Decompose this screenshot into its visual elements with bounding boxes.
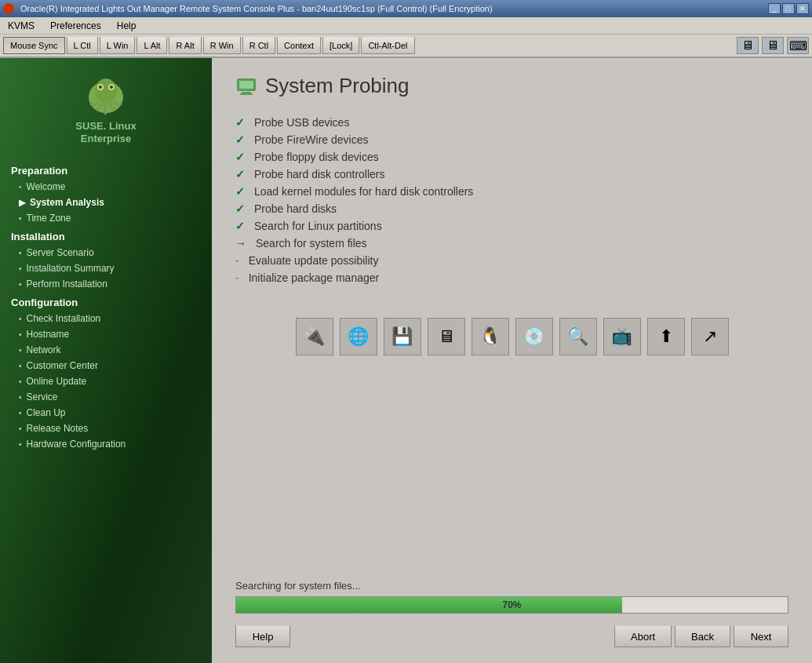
- status-check-icon: ✓: [235, 220, 245, 232]
- sidebar-item-perform-installation[interactable]: • Perform Installation: [0, 276, 212, 292]
- ralt-button[interactable]: R Alt: [169, 37, 201, 54]
- network-icon[interactable]: 🌐: [340, 318, 377, 355]
- sidebar-item-cleanup[interactable]: • Clean Up: [0, 405, 212, 421]
- ctrlaltdel-button[interactable]: Ctl-Alt-Del: [361, 37, 414, 54]
- probe-item-8: - Evaluate update possibility: [235, 252, 788, 269]
- sidebar-item-service[interactable]: • Service: [0, 389, 212, 405]
- sidebar-label-hostname: Hostname: [27, 329, 70, 340]
- sidebar-label-customer-center: Customer Center: [27, 360, 98, 371]
- context-button[interactable]: Context: [277, 37, 321, 54]
- monitor-icon-1: 🖥: [737, 37, 759, 54]
- probe-item-1: ✓ Probe FireWire devices: [235, 131, 788, 148]
- sidebar-item-hardware-configuration[interactable]: • Hardware Configuration: [0, 436, 212, 452]
- abort-button[interactable]: Abort: [614, 625, 672, 647]
- progress-bar-fill: [236, 597, 622, 613]
- bullet-icon: •: [19, 393, 22, 402]
- svg-rect-8: [242, 92, 251, 93]
- lctl-button[interactable]: L Ctl: [67, 37, 98, 54]
- sidebar-label-cleanup: Clean Up: [27, 407, 66, 418]
- probe-item-7: → Search for system files: [235, 235, 788, 252]
- up-icon[interactable]: ⬆: [647, 318, 685, 355]
- search-icon[interactable]: 🔍: [559, 318, 597, 355]
- probe-text-5: Probe hard disks: [254, 202, 337, 215]
- lock-button[interactable]: [Lock]: [322, 37, 359, 54]
- close-button[interactable]: ✕: [796, 3, 809, 14]
- progress-text: Searching for system files...: [235, 580, 788, 592]
- rwin-button[interactable]: R Win: [203, 37, 241, 54]
- keyboard-icon: ⌨: [787, 37, 809, 54]
- help-button[interactable]: Help: [235, 625, 290, 647]
- sidebar-section-preparation: Preparation: [0, 160, 212, 179]
- sidebar-item-network[interactable]: • Network: [0, 342, 212, 358]
- titlebar-controls: _ □ ✕: [768, 3, 809, 14]
- menu-preferences[interactable]: Preferences: [46, 20, 106, 32]
- bullet-icon: •: [19, 249, 22, 257]
- sidebar-section-configuration: Configuration: [0, 292, 212, 311]
- sidebar-label-system-analysis: System Analysis: [30, 197, 104, 208]
- sidebar-section-installation: Installation: [0, 226, 212, 245]
- sidebar-label-online-update: Online Update: [27, 376, 87, 387]
- sidebar-item-online-update[interactable]: • Online Update: [0, 373, 212, 389]
- lwin-button[interactable]: L Win: [100, 37, 136, 54]
- sidebar-item-release-notes[interactable]: • Release Notes: [0, 421, 212, 436]
- toolbar-right: 🖥 🖥 ⌨: [737, 37, 809, 54]
- probe-text-7: Search for system files: [256, 237, 367, 250]
- system-probing-icon: [235, 75, 257, 97]
- sidebar-label-release-notes: Release Notes: [27, 423, 89, 434]
- save-icon[interactable]: 💾: [384, 318, 421, 355]
- status-dash-icon: -: [235, 254, 239, 267]
- gecko-logo: [82, 74, 129, 117]
- lalt-button[interactable]: L Alt: [137, 37, 167, 54]
- sidebar-item-customer-center[interactable]: • Customer Center: [0, 358, 212, 373]
- linux-icon[interactable]: 🐧: [472, 318, 509, 355]
- sidebar-item-system-analysis[interactable]: ▶ System Analysis: [0, 195, 212, 210]
- probe-text-8: Evaluate update possibility: [249, 254, 379, 267]
- usb-icon[interactable]: 🔌: [296, 318, 333, 355]
- next-button[interactable]: Next: [734, 625, 788, 647]
- rctl-button[interactable]: R Ctl: [242, 37, 275, 54]
- progress-area: Searching for system files... 70%: [235, 572, 788, 614]
- back-button[interactable]: Back: [675, 625, 730, 647]
- sidebar-label-perform-installation: Perform Installation: [27, 279, 107, 290]
- sidebar-item-timezone[interactable]: • Time Zone: [0, 210, 212, 226]
- status-dash-icon: -: [235, 271, 239, 284]
- bullet-icon: •: [19, 409, 22, 417]
- sidebar-item-check-installation[interactable]: • Check Installation: [0, 311, 212, 326]
- sidebar-item-server-scenario[interactable]: • Server Scenario: [0, 245, 212, 260]
- toolbar: Mouse Sync L Ctl L Win L Alt R Alt R Win…: [0, 35, 812, 58]
- sidebar-label-service: Service: [27, 392, 58, 403]
- bullet-icon: •: [19, 362, 22, 370]
- terminal-icon[interactable]: 📺: [603, 318, 641, 355]
- move-icon[interactable]: ↗: [691, 318, 729, 355]
- probe-list: ✓ Probe USB devices ✓ Probe FireWire dev…: [235, 114, 788, 286]
- probe-text-4: Load kernel modules for hard disk contro…: [254, 185, 473, 198]
- bullet-icon: •: [19, 424, 22, 433]
- svg-point-1: [95, 78, 117, 104]
- mouse-sync-button[interactable]: Mouse Sync: [3, 37, 65, 54]
- display-icon[interactable]: 🖥: [428, 318, 465, 355]
- bullet-icon: •: [19, 183, 22, 191]
- page-heading: System Probing: [265, 74, 410, 98]
- bullet-icon: •: [19, 280, 22, 289]
- svg-point-4: [99, 86, 102, 89]
- maximize-button[interactable]: □: [782, 3, 795, 14]
- menu-help[interactable]: Help: [112, 20, 141, 32]
- sidebar-label-server-scenario: Server Scenario: [27, 247, 94, 258]
- titlebar-title: Oracle(R) Integrated Lights Out Manager …: [20, 4, 493, 13]
- icon-row: 🔌 🌐 💾 🖥 🐧 💿 🔍 📺 ⬆ ↗: [235, 318, 788, 355]
- sidebar-item-hostname[interactable]: • Hostname: [0, 326, 212, 342]
- arrow-icon: ▶: [19, 198, 25, 208]
- probe-item-9: - Initialize package manager: [235, 269, 788, 286]
- page-title: System Probing: [235, 74, 788, 98]
- hdd-icon[interactable]: 💿: [515, 318, 553, 355]
- sidebar: SUSE. Linux Enterprise Preparation • Wel…: [0, 58, 212, 663]
- menu-kvms[interactable]: KVMS: [3, 20, 39, 32]
- sidebar-label-network: Network: [27, 344, 61, 355]
- minimize-button[interactable]: _: [768, 3, 781, 14]
- sidebar-item-welcome[interactable]: • Welcome: [0, 179, 212, 195]
- svg-rect-7: [239, 81, 253, 89]
- probe-text-3: Probe hard disk controllers: [254, 168, 385, 180]
- probe-item-2: ✓ Probe floppy disk devices: [235, 148, 788, 166]
- bottom-right-buttons: Abort Back Next: [614, 625, 788, 647]
- sidebar-item-installation-summary[interactable]: • Installation Summary: [0, 260, 212, 276]
